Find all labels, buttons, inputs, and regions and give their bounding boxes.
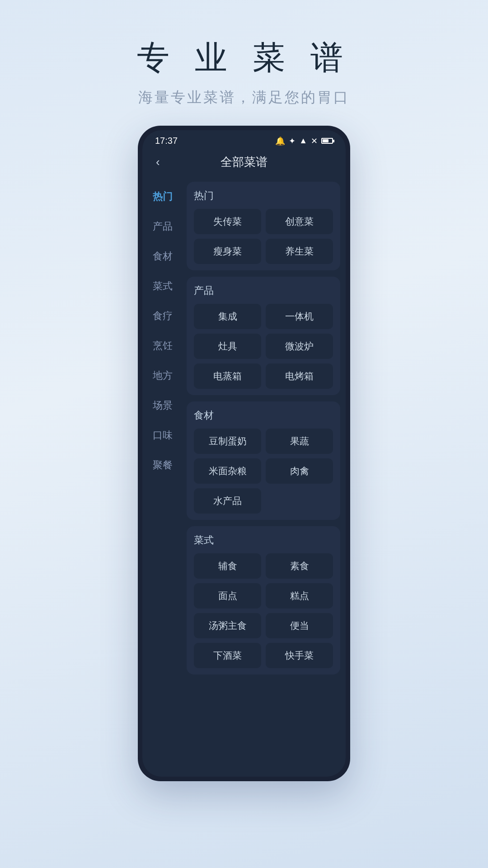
tag-灶具[interactable]: 灶具 bbox=[194, 334, 261, 359]
tag-快手菜[interactable]: 快手菜 bbox=[266, 643, 333, 668]
category-title-dishtype: 菜式 bbox=[194, 533, 333, 547]
tag-下酒菜[interactable]: 下酒菜 bbox=[194, 643, 261, 668]
page-subtitle: 海量专业菜谱，满足您的胃口 bbox=[137, 88, 351, 108]
status-bar: 17:37 🔔 ✦ ▲ ✕ bbox=[142, 130, 346, 149]
status-icons: 🔔 ✦ ▲ ✕ bbox=[275, 136, 333, 146]
category-block-hot: 热门 失传菜 创意菜 瘦身菜 养生菜 bbox=[187, 182, 340, 270]
tag-面点[interactable]: 面点 bbox=[194, 583, 261, 609]
tag-汤粥主食[interactable]: 汤粥主食 bbox=[194, 613, 261, 638]
battery-icon bbox=[321, 138, 333, 144]
tags-grid-hot: 失传菜 创意菜 瘦身菜 养生菜 bbox=[194, 209, 333, 264]
tag-养生菜[interactable]: 养生菜 bbox=[266, 239, 333, 264]
phone-mockup: 17:37 🔔 ✦ ▲ ✕ ‹ 全部菜谱 热门 产品 食材 菜式 食疗 烹 bbox=[138, 126, 350, 781]
page-title: 专 业 菜 谱 bbox=[137, 36, 351, 80]
sidebar: 热门 产品 食材 菜式 食疗 烹饪 地方 场景 口味 聚餐 bbox=[142, 177, 183, 777]
nav-title: 全部菜谱 bbox=[221, 154, 267, 170]
tag-失传菜[interactable]: 失传菜 bbox=[194, 209, 261, 234]
sidebar-item-地方[interactable]: 地方 bbox=[142, 361, 183, 391]
nav-bar: ‹ 全部菜谱 bbox=[142, 149, 346, 177]
category-block-ingredients: 食材 豆制蛋奶 果蔬 米面杂粮 肉禽 水产品 bbox=[187, 401, 340, 520]
right-content: 热门 失传菜 创意菜 瘦身菜 养生菜 产品 集成 一体机 灶具 微 bbox=[183, 177, 346, 777]
tag-一体机[interactable]: 一体机 bbox=[266, 304, 333, 329]
tags-grid-product: 集成 一体机 灶具 微波炉 电蒸箱 电烤箱 bbox=[194, 304, 333, 389]
tag-糕点[interactable]: 糕点 bbox=[266, 583, 333, 609]
tag-辅食[interactable]: 辅食 bbox=[194, 553, 261, 579]
tag-瘦身菜[interactable]: 瘦身菜 bbox=[194, 239, 261, 264]
page-header: 专 业 菜 谱 海量专业菜谱，满足您的胃口 bbox=[137, 36, 351, 108]
x-icon: ✕ bbox=[311, 136, 318, 146]
notification-icon: 🔔 bbox=[275, 136, 285, 146]
sidebar-item-产品[interactable]: 产品 bbox=[142, 212, 183, 241]
tags-grid-dishtype: 辅食 素食 面点 糕点 汤粥主食 便当 下酒菜 快手菜 bbox=[194, 553, 333, 668]
category-block-product: 产品 集成 一体机 灶具 微波炉 电蒸箱 电烤箱 bbox=[187, 277, 340, 395]
tag-水产品[interactable]: 水产品 bbox=[194, 488, 261, 514]
category-title-ingredients: 食材 bbox=[194, 409, 333, 422]
content-area: 热门 产品 食材 菜式 食疗 烹饪 地方 场景 口味 聚餐 热门 失传菜 创意菜 bbox=[142, 177, 346, 777]
sidebar-item-场景[interactable]: 场景 bbox=[142, 391, 183, 420]
sidebar-item-烹饪[interactable]: 烹饪 bbox=[142, 331, 183, 361]
tag-米面杂粮[interactable]: 米面杂粮 bbox=[194, 458, 261, 484]
category-block-dishtype: 菜式 辅食 素食 面点 糕点 汤粥主食 便当 下酒菜 快手菜 bbox=[187, 526, 340, 675]
phone-inner: 17:37 🔔 ✦ ▲ ✕ ‹ 全部菜谱 热门 产品 食材 菜式 食疗 烹 bbox=[142, 130, 346, 777]
category-title-hot: 热门 bbox=[194, 189, 333, 203]
sidebar-item-口味[interactable]: 口味 bbox=[142, 420, 183, 450]
tag-肉禽[interactable]: 肉禽 bbox=[266, 458, 333, 484]
sidebar-item-食材[interactable]: 食材 bbox=[142, 241, 183, 271]
tag-果蔬[interactable]: 果蔬 bbox=[266, 429, 333, 454]
tag-便当[interactable]: 便当 bbox=[266, 613, 333, 638]
bluetooth-icon: ✦ bbox=[289, 136, 296, 146]
tag-素食[interactable]: 素食 bbox=[266, 553, 333, 579]
tag-电烤箱[interactable]: 电烤箱 bbox=[266, 363, 333, 389]
tags-grid-ingredients: 豆制蛋奶 果蔬 米面杂粮 肉禽 水产品 bbox=[194, 429, 333, 514]
category-title-product: 产品 bbox=[194, 284, 333, 297]
sidebar-item-热门[interactable]: 热门 bbox=[142, 182, 183, 212]
back-button[interactable]: ‹ bbox=[151, 153, 164, 171]
sidebar-item-聚餐[interactable]: 聚餐 bbox=[142, 450, 183, 480]
tag-微波炉[interactable]: 微波炉 bbox=[266, 334, 333, 359]
tag-集成[interactable]: 集成 bbox=[194, 304, 261, 329]
tag-电蒸箱[interactable]: 电蒸箱 bbox=[194, 363, 261, 389]
tag-豆制蛋奶[interactable]: 豆制蛋奶 bbox=[194, 429, 261, 454]
wifi-icon: ▲ bbox=[299, 136, 307, 146]
status-time: 17:37 bbox=[155, 136, 178, 146]
tag-创意菜[interactable]: 创意菜 bbox=[266, 209, 333, 234]
sidebar-item-食疗[interactable]: 食疗 bbox=[142, 301, 183, 331]
sidebar-item-菜式[interactable]: 菜式 bbox=[142, 271, 183, 301]
